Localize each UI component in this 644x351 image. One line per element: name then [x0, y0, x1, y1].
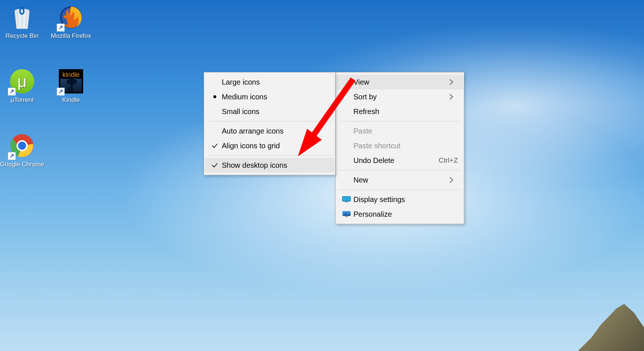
- kindle-brand-text: kindle: [59, 71, 83, 79]
- menu-label: Refresh: [353, 107, 449, 116]
- svg-point-18: [213, 95, 216, 98]
- submenu-item-large-icons[interactable]: Large icons: [205, 75, 334, 89]
- shortcut-overlay-icon: [8, 88, 16, 96]
- utorrent-icon: μ: [9, 69, 35, 95]
- shortcut-overlay-icon: [57, 88, 65, 96]
- menu-item-undo-delete[interactable]: Undo Delete Ctrl+Z: [337, 153, 463, 168]
- menu-item-view[interactable]: View: [337, 75, 463, 89]
- icon-label: μTorrent: [0, 96, 44, 104]
- desktop-icon-utorrent[interactable]: μ μTorrent: [0, 69, 44, 104]
- menu-label: Display settings: [353, 195, 449, 204]
- menu-item-paste-shortcut: Paste shortcut: [337, 138, 463, 153]
- checkmark-icon: [208, 163, 222, 168]
- menu-label: Show desktop icons: [222, 161, 329, 170]
- desktop-icon-kindle[interactable]: kindle Kindle: [49, 69, 93, 104]
- menu-label: Personalize: [353, 210, 449, 219]
- kindle-icon: kindle: [58, 69, 84, 95]
- menu-separator: [339, 121, 460, 121]
- svg-rect-14: [345, 202, 348, 202]
- menu-label: Large icons: [222, 78, 329, 86]
- desktop-icon-chrome[interactable]: Google Chrome: [0, 134, 44, 168]
- chevron-right-icon: [449, 177, 458, 183]
- menu-item-personalize[interactable]: Personalize: [337, 207, 463, 221]
- recycle-bin-icon: [9, 5, 35, 31]
- svg-point-6: [67, 79, 77, 85]
- svg-rect-12: [342, 196, 351, 201]
- menu-label: Align icons to grid: [222, 142, 329, 150]
- menu-label: Small icons: [222, 107, 329, 116]
- menu-separator: [208, 155, 331, 156]
- submenu-item-show-desktop-icons[interactable]: Show desktop icons: [205, 158, 334, 173]
- menu-item-sort-by[interactable]: Sort by: [337, 89, 463, 104]
- svg-rect-17: [345, 216, 348, 217]
- menu-label: Medium icons: [222, 93, 329, 101]
- chevron-right-icon: [449, 79, 458, 85]
- menu-label: Paste shortcut: [353, 142, 449, 150]
- menu-separator: [339, 170, 460, 170]
- firefox-icon: [58, 5, 84, 31]
- menu-item-new[interactable]: New: [337, 173, 463, 187]
- bullet-icon: [208, 95, 222, 99]
- shortcut-overlay-icon: [57, 24, 65, 32]
- svg-point-11: [18, 142, 26, 150]
- wallpaper-rock: [578, 292, 644, 351]
- shortcut-overlay-icon: [8, 152, 16, 160]
- desktop-context-menu: View Sort by Refresh Paste Paste shortcu…: [335, 72, 464, 224]
- icon-label: Recycle Bin: [0, 32, 44, 40]
- monitor-icon: [339, 196, 353, 203]
- menu-item-refresh[interactable]: Refresh: [337, 104, 463, 119]
- menu-item-display-settings[interactable]: Display settings: [337, 192, 463, 207]
- icon-label: Kindle: [49, 96, 93, 104]
- personalize-icon: [339, 210, 353, 218]
- menu-separator: [339, 189, 460, 190]
- desktop-icon-firefox[interactable]: Mozilla Firefox: [49, 5, 93, 40]
- menu-separator: [208, 121, 331, 121]
- utorrent-glyph: μ: [17, 71, 26, 92]
- submenu-item-small-icons[interactable]: Small icons: [205, 104, 334, 119]
- icon-label: Google Chrome: [0, 160, 44, 168]
- menu-label: Paste: [353, 127, 449, 135]
- checkmark-icon: [208, 143, 222, 148]
- menu-item-paste: Paste: [337, 124, 463, 138]
- menu-label: Sort by: [353, 93, 449, 101]
- svg-rect-8: [68, 89, 71, 92]
- icon-label: Mozilla Firefox: [49, 32, 93, 40]
- menu-shortcut: Ctrl+Z: [439, 156, 458, 164]
- menu-label: Auto arrange icons: [222, 127, 329, 135]
- desktop-icon-recycle-bin[interactable]: Recycle Bin: [0, 5, 44, 40]
- menu-label: View: [353, 78, 449, 86]
- desktop[interactable]: Recycle Bin Mozilla Firefox μ: [0, 0, 644, 351]
- chrome-icon: [9, 134, 35, 159]
- menu-label: New: [353, 176, 449, 184]
- chevron-right-icon: [449, 93, 458, 100]
- submenu-item-align-grid[interactable]: Align icons to grid: [205, 138, 334, 153]
- view-submenu: Large icons Medium icons Small icons Aut…: [204, 72, 335, 175]
- menu-label: Undo Delete: [353, 156, 424, 165]
- submenu-item-medium-icons[interactable]: Medium icons: [205, 89, 334, 104]
- submenu-item-auto-arrange[interactable]: Auto arrange icons: [205, 124, 334, 138]
